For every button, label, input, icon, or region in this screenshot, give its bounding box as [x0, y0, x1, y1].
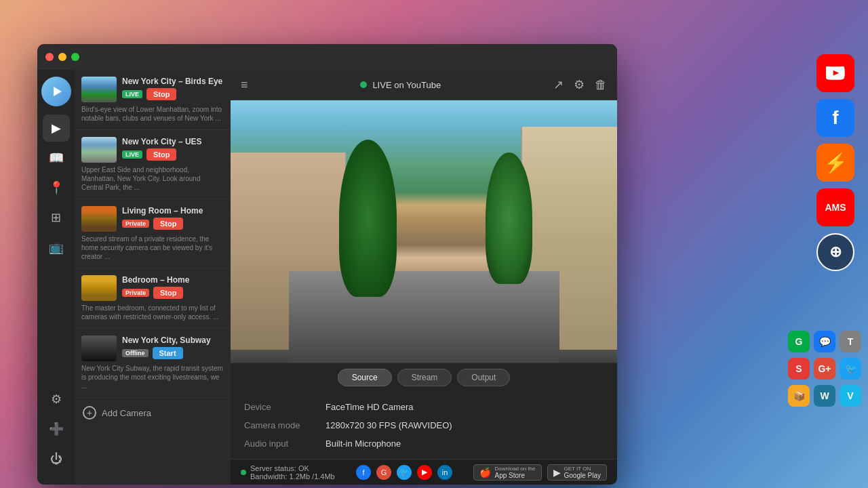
camera-desc-1: Upper East Side and neighborhood, Manhat…	[81, 165, 224, 192]
video-preview	[231, 100, 617, 363]
svg-marker-0	[54, 87, 62, 96]
window-body: ▶ 📖 📍 ⊞ 📺 ⚙ ➕ ⏻ New York City – Birds Ey…	[37, 70, 617, 485]
store-badges: 🍎 Download on the App Store ▶ GET IT ON …	[473, 464, 607, 481]
live-text: LIVE on YouTube	[372, 80, 441, 90]
server-status-text: Server status: OK	[250, 464, 335, 472]
trash-icon[interactable]: 🗑	[595, 78, 607, 92]
camera-mode-value: 868x488 30 FPS (RAWVIDEO)	[326, 420, 452, 430]
sidebar: ▶ 📖 📍 ⊞ 📺 ⚙ ➕ ⏻	[37, 70, 75, 485]
camera-name-1: New York City – UES	[122, 137, 224, 146]
camera-item-2[interactable]: Living Room – Home Private Stop Secured …	[75, 199, 231, 268]
googleplay-sub: GET IT ON	[564, 466, 601, 472]
camera-info-1: New York City – UES LIVE Stop	[122, 137, 224, 163]
live-dot	[360, 81, 367, 88]
output-button[interactable]: Output	[457, 369, 510, 386]
audio-input-row: Audio input Built-in Microphone	[244, 439, 604, 449]
social-google[interactable]: G	[376, 465, 391, 480]
stop-button-2[interactable]: Stop	[153, 218, 183, 230]
sidebar-item-settings[interactable]: ⚙	[43, 386, 70, 413]
add-camera-button[interactable]: + Add Camera	[75, 398, 231, 428]
maximize-button[interactable]	[71, 53, 79, 61]
start-button-4[interactable]: Start	[153, 347, 183, 359]
social-twitter[interactable]: 🐦	[397, 465, 412, 480]
camera-desc-4: New York City Subway, the rapid transit …	[81, 364, 224, 390]
small-icon-s[interactable]: S	[788, 358, 810, 380]
tree-right	[486, 152, 532, 284]
stop-button-1[interactable]: Stop	[146, 148, 176, 161]
add-camera-label: Add Camera	[102, 408, 151, 418]
camera-desc-0: Bird's-eye view of Lower Manhattan, zoom…	[81, 105, 224, 123]
live-indicator: LIVE on YouTube	[360, 80, 441, 90]
googleplay-label: Google Play	[564, 472, 601, 479]
appstore-badge[interactable]: 🍎 Download on the App Store	[473, 464, 541, 481]
camera-name-4: New York City, Subway	[122, 336, 224, 345]
top-bar: ≡ LIVE on YouTube ↗ ⚙ 🗑	[231, 70, 617, 100]
small-icon-y[interactable]: 📦	[788, 385, 810, 407]
status-badge-4: Offline	[122, 349, 149, 357]
camera-info-4: New York City, Subway Offline Start	[122, 336, 224, 361]
social-icons: f G 🐦 ▶ in	[356, 465, 452, 480]
appstore-label: App Store	[494, 472, 524, 479]
camera-mode-label: Camera mode	[244, 420, 326, 430]
sidebar-item-grid[interactable]: ⊞	[43, 204, 70, 231]
small-icon-chat[interactable]: 💬	[814, 331, 835, 352]
main-window: ▶ 📖 📍 ⊞ 📺 ⚙ ➕ ⏻ New York City – Birds Ey…	[37, 44, 617, 485]
info-panel: Device FaceTime HD Camera Camera mode 12…	[231, 392, 617, 459]
camera-thumb-1	[81, 137, 117, 163]
window-buttons	[45, 53, 79, 61]
small-icon-t[interactable]: T	[840, 331, 861, 352]
social-facebook[interactable]: f	[356, 465, 371, 480]
camera-name-2: Living Room – Home	[122, 206, 224, 216]
small-icon-wp[interactable]: W	[814, 385, 835, 407]
ams-icon[interactable]: AMS	[816, 188, 854, 226]
desktop-icons: f ⚡ AMS ⊕	[816, 54, 854, 271]
close-button[interactable]	[45, 53, 54, 61]
camera-name-0: New York City – Birds Eye	[122, 77, 224, 86]
small-icon-vimeo[interactable]: V	[840, 385, 861, 407]
stop-button-0[interactable]: Stop	[146, 88, 176, 100]
stream-button[interactable]: Stream	[397, 369, 452, 386]
app-logo[interactable]	[41, 77, 71, 106]
source-button[interactable]: Source	[338, 369, 392, 386]
camera-item-0[interactable]: New York City – Birds Eye LIVE Stop Bird…	[75, 70, 231, 130]
small-icon-g[interactable]: G	[788, 331, 810, 352]
settings-icon[interactable]: ⚙	[574, 77, 585, 92]
title-bar	[37, 44, 617, 70]
apple-icon: 🍎	[479, 467, 491, 478]
power-button[interactable]: ⏻	[43, 445, 70, 472]
social-youtube[interactable]: ▶	[417, 465, 432, 480]
social-linkedin[interactable]: in	[437, 465, 452, 480]
facebook-icon[interactable]: f	[816, 99, 854, 137]
sidebar-item-library[interactable]: 📖	[43, 144, 70, 171]
camera-item-1[interactable]: New York City – UES LIVE Stop Upper East…	[75, 130, 231, 199]
camera-info-0: New York City – Birds Eye LIVE Stop	[122, 77, 224, 102]
server-status: Server status: OK Bandwidth: 1.2Mb /1.4M…	[241, 464, 335, 481]
share-icon[interactable]: ↗	[553, 77, 564, 92]
lightning-icon[interactable]: ⚡	[816, 144, 854, 182]
audio-input-value: Built-in Microphone	[326, 439, 401, 449]
googleplay-badge[interactable]: ▶ GET IT ON Google Play	[547, 464, 607, 481]
menu-icon[interactable]: ≡	[241, 78, 248, 92]
small-icon-twitter[interactable]: 🐦	[840, 358, 861, 380]
device-value: FaceTime HD Camera	[326, 402, 414, 412]
camera-thumb-3	[81, 275, 117, 301]
camera-desc-2: Secured stream of a private residence, t…	[81, 235, 224, 261]
sidebar-item-location[interactable]: 📍	[43, 174, 70, 201]
main-content: ≡ LIVE on YouTube ↗ ⚙ 🗑	[231, 70, 617, 485]
stop-button-3[interactable]: Stop	[153, 287, 183, 299]
status-badge-2: Private	[122, 220, 149, 228]
sidebar-item-play[interactable]: ▶	[43, 115, 70, 142]
bandwidth-text: Bandwidth: 1.2Mb /1.4Mb	[250, 472, 335, 481]
small-icon-gplus[interactable]: G+	[814, 358, 835, 380]
camera-item-4[interactable]: New York City, Subway Offline Start New …	[75, 329, 231, 398]
sidebar-item-add[interactable]: ➕	[43, 415, 70, 443]
camera-item-3[interactable]: Bedroom – Home Private Stop The master b…	[75, 268, 231, 329]
youtube-icon[interactable]	[816, 54, 854, 92]
camera-desc-3: The master bedroom, connected to my list…	[81, 304, 224, 321]
tree-left	[339, 140, 397, 297]
sidebar-item-monitor[interactable]: 📺	[43, 234, 70, 261]
camera-info-2: Living Room – Home Private Stop	[122, 206, 224, 232]
device-label: Device	[244, 402, 326, 412]
minimize-button[interactable]	[58, 53, 66, 61]
sniper-icon[interactable]: ⊕	[816, 233, 854, 271]
